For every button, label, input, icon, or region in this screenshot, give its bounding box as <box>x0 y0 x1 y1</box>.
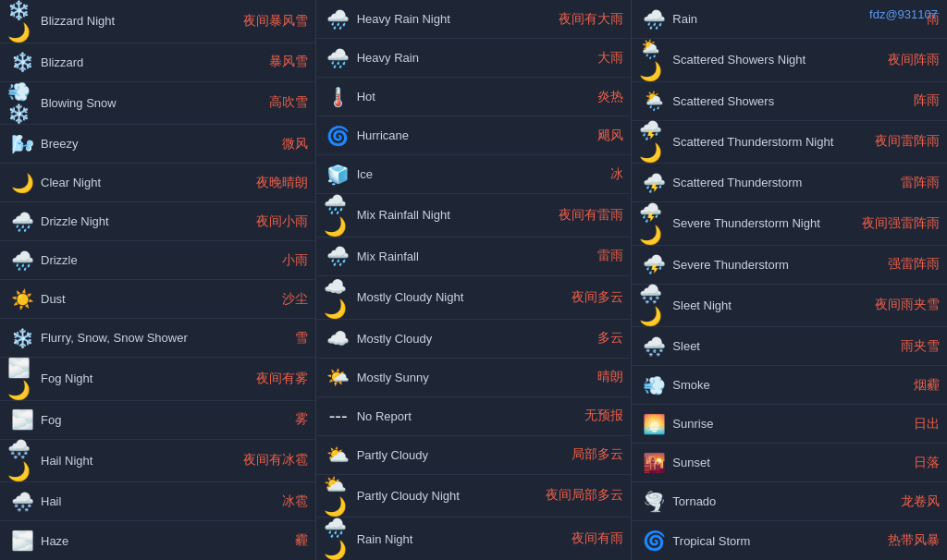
weather-item: 🌦️🌙Scattered Showers Night夜间阵雨 <box>632 39 947 82</box>
weather-item: 🌅Sunrise日出 <box>632 405 947 444</box>
weather-icon: 🌧️ <box>7 250 37 272</box>
weather-name: Rain Night <box>353 532 565 546</box>
weather-icon: 🌫️ <box>7 408 37 431</box>
weather-name: Heavy Rain <box>353 51 591 65</box>
weather-icon: ⛅🌙 <box>324 473 353 517</box>
weather-chinese: 大雨 <box>590 50 623 67</box>
weather-icon: 🧊 <box>324 164 353 186</box>
weather-chinese: 夜间有雷雨 <box>551 207 623 224</box>
weather-item: 🌨️🌙Sleet Night夜间雨夹雪 <box>632 285 947 328</box>
weather-item: 🧊Ice冰 <box>316 155 632 194</box>
weather-icon: 🌦️🌙 <box>639 38 669 82</box>
weather-icon: ☁️ <box>324 327 353 349</box>
weather-icon: 🌙 <box>7 172 37 194</box>
weather-chinese: 小雨 <box>275 252 308 269</box>
column-2: 🌧️Rain雨🌦️🌙Scattered Showers Night夜间阵雨🌦️S… <box>632 0 947 560</box>
weather-item: ⛈️🌙Scattered Thunderstorm Night夜间雷阵雨 <box>632 121 947 164</box>
weather-name: Hail <box>37 494 275 508</box>
weather-chinese: 夜间雷阵雨 <box>867 133 940 150</box>
weather-item: 🌀Tropical Storm热带风暴 <box>632 521 947 560</box>
weather-icon: ❄️🌙 <box>7 0 37 43</box>
weather-icon: 🌧️ <box>639 8 669 30</box>
weather-item: ☁️🌙Mostly Cloudy Night夜间多云 <box>316 276 632 320</box>
weather-chinese: 日出 <box>906 416 940 432</box>
weather-icon: 🌧️ <box>7 211 37 233</box>
weather-name: Tornado <box>669 494 893 508</box>
weather-chinese: 冰 <box>603 166 623 183</box>
weather-item: 🌧️🌙Mix Rainfall Night夜间有雷雨 <box>316 194 632 237</box>
weather-icon: --- <box>324 406 353 427</box>
weather-chinese: 高吹雪 <box>262 94 308 111</box>
weather-name: Drizzle <box>37 253 275 267</box>
weather-chinese: 雷雨 <box>590 248 623 264</box>
weather-item: ☀️Dust沙尘 <box>0 280 315 319</box>
weather-name: Fog <box>37 413 288 427</box>
weather-icon: 🌀 <box>639 530 669 552</box>
weather-name: Flurry, Snow, Snow Shower <box>37 331 288 345</box>
weather-chinese: 夜间小雨 <box>249 213 308 230</box>
weather-chinese: 暴风雪 <box>262 54 308 70</box>
weather-icon: 🌡️ <box>324 86 353 108</box>
weather-icon: 🌦️ <box>639 90 669 112</box>
weather-item: 🌧️Drizzle Night夜间小雨 <box>0 202 315 241</box>
weather-name: Mostly Sunny <box>353 371 591 384</box>
weather-icon: ❄️ <box>7 51 37 73</box>
weather-chinese: 龙卷风 <box>893 493 940 510</box>
weather-chinese: 夜间有雾 <box>249 371 308 387</box>
weather-item: 🌫️Fog雾 <box>0 401 315 440</box>
weather-name: Blowing Snow <box>37 96 262 110</box>
weather-icon: 🌧️🌙 <box>324 517 353 560</box>
weather-name: Ice <box>353 167 604 181</box>
weather-item: ⛅🌙Partly Cloudy Night夜间局部多云 <box>316 475 632 518</box>
weather-icon: 🌧️ <box>324 8 353 30</box>
weather-icon: ⛈️ <box>639 172 669 194</box>
weather-name: Dust <box>37 292 275 306</box>
weather-icon: 🌨️🌙 <box>639 283 669 327</box>
weather-item: ❄️🌙Blizzard Night夜间暴风雪 <box>0 0 315 43</box>
weather-chinese: 烟霾 <box>906 377 940 394</box>
weather-icon: 🌬️ <box>7 133 37 155</box>
weather-item: 🌨️Sleet雨夹雪 <box>632 327 947 366</box>
weather-chinese: 阵雨 <box>906 92 940 109</box>
weather-icon: ⛈️🌙 <box>639 119 669 164</box>
weather-name: Blizzard <box>37 55 262 69</box>
weather-item: 🌀Hurricane飓风 <box>316 116 632 155</box>
weather-icon: 🌨️ <box>7 491 37 513</box>
weather-name: Heavy Rain Night <box>353 12 552 26</box>
weather-name: Haze <box>37 534 288 548</box>
weather-item: 🌨️Hail冰雹 <box>0 482 315 521</box>
weather-icon: ⛈️ <box>639 253 669 275</box>
weather-chinese: 微风 <box>275 136 308 152</box>
weather-item: 🌧️Heavy Rain Night夜间有大雨 <box>316 0 632 39</box>
weather-chinese: 夜间暴风雪 <box>236 13 308 30</box>
weather-chinese: 夜晚晴朗 <box>249 175 308 191</box>
weather-icon: 🌅 <box>639 413 669 435</box>
weather-icon: 🌧️🌙 <box>324 193 353 237</box>
weather-item: 🌡️Hot炎热 <box>316 78 632 116</box>
weather-item: 🌫️Haze霾 <box>0 521 315 560</box>
weather-icon: 🌧️ <box>324 245 353 267</box>
weather-icon: 🌫️ <box>7 530 37 552</box>
weather-item: 🌇Sunset日落 <box>632 444 947 482</box>
weather-item: 🌫️🌙Fog Night夜间有雾 <box>0 358 315 401</box>
weather-chinese: 日落 <box>906 455 940 471</box>
weather-icon: ❄️ <box>7 327 37 349</box>
weather-item: ❄️Flurry, Snow, Snow Shower雪 <box>0 319 315 358</box>
weather-name: Mix Rainfall <box>353 250 591 263</box>
weather-item: 🌧️Heavy Rain大雨 <box>316 39 632 78</box>
weather-chinese: 热带风暴 <box>880 532 940 549</box>
weather-chinese: 雪 <box>288 330 308 347</box>
weather-chinese: 夜间雨夹雪 <box>867 297 940 313</box>
user-label: fdz@931107 <box>869 7 938 21</box>
weather-item: 🌪️Tornado龙卷风 <box>632 482 947 521</box>
weather-name: Partly Cloudy <box>353 448 565 462</box>
weather-chinese: 雾 <box>288 411 308 428</box>
weather-chinese: 多云 <box>590 330 623 347</box>
weather-chinese: 夜间有雨 <box>564 530 623 547</box>
weather-icon: ☁️🌙 <box>324 275 353 320</box>
weather-name: Hurricane <box>353 128 591 142</box>
weather-name: Mostly Cloudy <box>353 332 591 346</box>
weather-name: No Report <box>353 409 578 423</box>
weather-chinese: 局部多云 <box>564 446 623 463</box>
weather-item: 💨Smoke烟霾 <box>632 366 947 405</box>
